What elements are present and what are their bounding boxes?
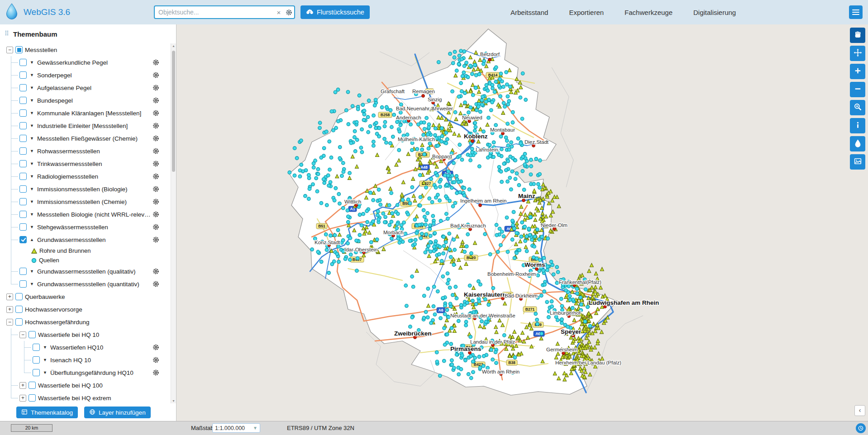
layer-checkbox[interactable] [19,211,27,218]
layer-label[interactable]: Trinkwassermessstellen [37,161,102,167]
tree-expander[interactable]: + [6,293,13,300]
layer-settings-gear-icon[interactable] [153,173,159,180]
layer-checkbox[interactable] [15,318,23,326]
layer-checkbox[interactable] [19,59,27,66]
layer-settings-gear-icon[interactable] [153,123,159,129]
layer-checkbox[interactable] [19,135,27,142]
export-image-tool-button[interactable] [850,154,865,170]
scrollbar-thumb[interactable] [172,51,175,172]
layer-settings-gear-icon[interactable] [153,110,159,117]
zoom-out-tool-button[interactable] [850,82,865,97]
layer-checkbox[interactable] [33,344,40,351]
layer-checkbox[interactable] [29,382,36,389]
layer-label[interactable]: Messstellen Biologie (nicht WRRL-relevan… [37,211,151,218]
tree-expander[interactable]: − [6,47,13,53]
menu-item-exportieren[interactable]: Exportieren [569,9,604,16]
status-circle-icon[interactable] [856,423,866,433]
legend-toggle-icon[interactable]: ▼ [29,98,35,103]
layer-settings-gear-icon[interactable] [153,59,159,66]
search-settings-gear-icon[interactable] [283,8,294,16]
layer-settings-gear-icon[interactable] [153,369,159,376]
layer-label[interactable]: Hochwasservorsorge [25,306,82,313]
layer-label[interactable]: Bundespegel [37,97,73,104]
layer-settings-gear-icon[interactable] [153,85,159,91]
pan-tool-button[interactable] [850,28,865,43]
layer-checkbox[interactable] [19,223,27,231]
layer-checkbox[interactable] [19,236,27,243]
legend-toggle-icon[interactable]: ▼ [29,136,35,141]
layer-checkbox[interactable] [29,394,36,402]
tree-scrollbar[interactable]: ▲ ▼ [171,43,176,403]
layer-label[interactable]: Rohwassermessstellen [37,148,100,155]
legend-toggle-icon[interactable]: ▼ [29,282,35,286]
layer-checkbox[interactable] [19,185,27,193]
layer-checkbox[interactable] [33,369,40,376]
layer-settings-gear-icon[interactable] [153,97,159,104]
layer-checkbox[interactable] [19,109,27,117]
layer-checkbox[interactable] [19,280,27,288]
layer-checkbox[interactable] [33,356,40,364]
legend-toggle-icon[interactable]: ▼ [29,199,35,204]
flurstueckssuche-button[interactable]: Flurstückssuche [300,5,370,19]
layer-label[interactable]: Messstellen Fließgewässer (Chemie) [37,135,138,142]
legend-toggle-icon[interactable]: ▼ [29,111,35,115]
layer-label[interactable]: Wassertiefe bei HQ 100 [38,382,103,389]
layer-checkbox[interactable] [19,268,27,275]
layer-label[interactable]: Querbauwerke [25,293,65,300]
layer-label[interactable]: Quellen [39,257,59,264]
layer-label[interactable]: Immissionsmessstellen (Biologie) [37,186,128,193]
layer-checkbox[interactable] [19,160,27,167]
layer-checkbox[interactable] [19,97,27,104]
layer-settings-gear-icon[interactable] [153,186,159,193]
layer-settings-gear-icon[interactable] [153,357,159,364]
layer-checkbox[interactable] [29,331,36,338]
layer-settings-gear-icon[interactable] [153,199,159,205]
layer-checkbox[interactable] [19,71,27,79]
legend-toggle-icon[interactable]: ▼ [29,161,35,166]
map-viewport[interactable]: B414B258B9B262B327B50B269B41B420B48B271B… [176,24,868,421]
layer-checkbox[interactable] [19,84,27,91]
legend-toggle-icon[interactable]: ▼ [42,358,48,362]
menu-item-arbeitsstand[interactable]: Arbeitsstand [510,9,548,16]
legend-toggle-icon[interactable]: ▼ [29,212,35,217]
legend-toggle-icon[interactable]: ▼ [29,225,35,229]
search-input[interactable] [155,9,274,16]
clear-search-icon[interactable]: × [274,9,283,16]
legend-toggle-icon[interactable]: ▼ [29,73,35,77]
map-canvas[interactable]: B414B258B9B262B327B50B269B41B420B48B271B… [176,24,868,421]
layer-checkbox[interactable] [19,198,27,205]
layer-settings-gear-icon[interactable] [153,344,159,351]
layer-label[interactable]: Rohre und Brunnen [39,247,91,254]
layer-checkbox[interactable] [15,306,23,313]
layer-settings-gear-icon[interactable] [153,72,159,79]
tree-expander[interactable]: + [6,306,13,313]
layer-label[interactable]: Sonderpegel [37,72,72,79]
tree-expander[interactable]: + [19,395,26,402]
layer-label[interactable]: Überflutungsgefährdung HQ10 [50,369,134,376]
layer-label[interactable]: Grundwassermessstellen [37,236,106,243]
layer-checkbox[interactable] [19,173,27,180]
layer-settings-gear-icon[interactable] [153,281,159,288]
menu-item-fachwerkzeuge[interactable]: Fachwerkzeuge [625,9,672,16]
layer-label[interactable]: Wassertiefen HQ10 [50,344,103,351]
menu-item-digitalisierung[interactable]: Digitalisierung [693,9,736,16]
tree-expander[interactable]: + [19,382,26,389]
layer-label[interactable]: Industrielle Einleiter [Messstellen] [37,123,128,129]
collapse-panel-button[interactable]: ‹ [854,405,865,416]
layer-checkbox[interactable] [15,46,23,53]
legend-toggle-icon[interactable]: ▼ [29,60,35,65]
layer-label[interactable]: Immissionsmessstellen (Chemie) [37,199,127,205]
layer-checkbox[interactable] [19,122,27,129]
move-tool-button[interactable] [850,46,865,61]
layer-settings-gear-icon[interactable] [153,268,159,275]
layer-settings-gear-icon[interactable] [153,135,159,142]
legend-toggle-icon[interactable]: ▼ [42,370,48,375]
legend-toggle-icon[interactable]: ▼ [42,345,48,350]
layer-label[interactable]: Grundwassermessstellen (quantitativ) [37,281,139,288]
scroll-down-icon[interactable]: ▼ [171,399,176,402]
scale-select[interactable]: 1:1.000.000 ▼ [212,423,260,433]
layer-checkbox[interactable] [15,293,23,300]
legend-toggle-icon[interactable]: ▼ [29,187,35,191]
zoom-box-tool-button[interactable] [850,100,865,115]
layer-label[interactable]: Radiologiemessstellen [37,173,98,180]
